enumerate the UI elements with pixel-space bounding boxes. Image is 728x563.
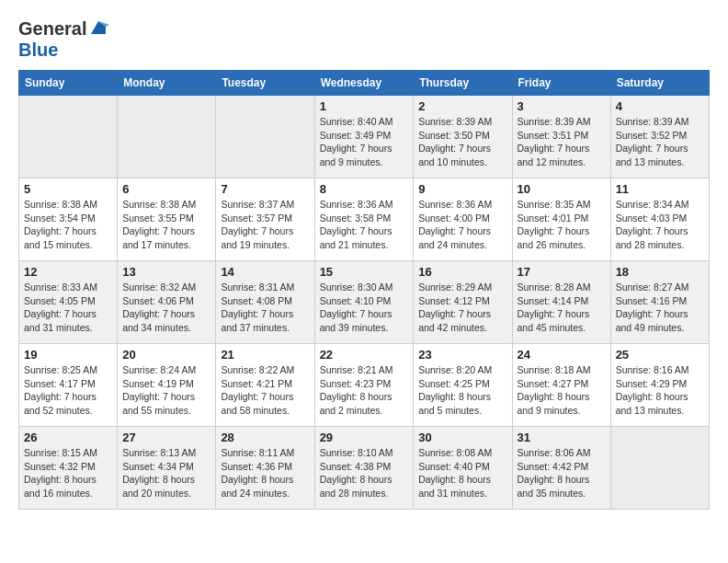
day-number: 7 <box>221 182 309 196</box>
day-info: Sunrise: 8:11 AM Sunset: 4:36 PM Dayligh… <box>221 446 309 500</box>
day-number: 8 <box>320 182 409 196</box>
day-number: 5 <box>24 182 112 196</box>
week-row-2: 5Sunrise: 8:38 AM Sunset: 3:54 PM Daylig… <box>19 178 710 261</box>
day-info: Sunrise: 8:32 AM Sunset: 4:06 PM Dayligh… <box>122 281 210 335</box>
day-info: Sunrise: 8:30 AM Sunset: 4:10 PM Dayligh… <box>320 281 409 335</box>
logo: General Blue <box>18 18 109 61</box>
calendar-cell: 16Sunrise: 8:29 AM Sunset: 4:12 PM Dayli… <box>414 261 512 344</box>
day-info: Sunrise: 8:36 AM Sunset: 4:00 PM Dayligh… <box>418 198 506 252</box>
weekday-header-monday: Monday <box>118 71 216 96</box>
day-info: Sunrise: 8:35 AM Sunset: 4:01 PM Dayligh… <box>518 198 606 252</box>
day-info: Sunrise: 8:31 AM Sunset: 4:08 PM Dayligh… <box>221 281 309 335</box>
day-number: 21 <box>221 348 309 362</box>
weekday-header-thursday: Thursday <box>414 71 512 96</box>
day-info: Sunrise: 8:28 AM Sunset: 4:14 PM Dayligh… <box>518 281 606 335</box>
day-number: 16 <box>418 265 506 279</box>
day-info: Sunrise: 8:33 AM Sunset: 4:05 PM Dayligh… <box>24 281 112 335</box>
day-number: 24 <box>518 348 606 362</box>
day-info: Sunrise: 8:08 AM Sunset: 4:40 PM Dayligh… <box>418 446 506 500</box>
calendar-cell: 9Sunrise: 8:36 AM Sunset: 4:00 PM Daylig… <box>414 178 512 261</box>
calendar-cell: 22Sunrise: 8:21 AM Sunset: 4:23 PM Dayli… <box>314 344 414 427</box>
day-number: 31 <box>518 431 606 444</box>
day-info: Sunrise: 8:18 AM Sunset: 4:27 PM Dayligh… <box>518 363 606 418</box>
calendar-cell: 25Sunrise: 8:16 AM Sunset: 4:29 PM Dayli… <box>610 344 709 427</box>
logo-bird-icon <box>89 19 109 40</box>
calendar-cell: 13Sunrise: 8:32 AM Sunset: 4:06 PM Dayli… <box>118 261 216 344</box>
calendar-cell: 17Sunrise: 8:28 AM Sunset: 4:14 PM Dayli… <box>512 261 610 344</box>
day-info: Sunrise: 8:10 AM Sunset: 4:38 PM Dayligh… <box>320 446 409 500</box>
day-info: Sunrise: 8:39 AM Sunset: 3:51 PM Dayligh… <box>518 115 606 169</box>
weekday-header-sunday: Sunday <box>19 71 118 96</box>
day-info: Sunrise: 8:39 AM Sunset: 3:52 PM Dayligh… <box>616 115 704 169</box>
calendar-cell: 29Sunrise: 8:10 AM Sunset: 4:38 PM Dayli… <box>314 427 414 510</box>
calendar-cell: 24Sunrise: 8:18 AM Sunset: 4:27 PM Dayli… <box>512 344 610 427</box>
day-info: Sunrise: 8:38 AM Sunset: 3:55 PM Dayligh… <box>122 198 210 252</box>
day-number: 10 <box>518 182 606 196</box>
day-number: 1 <box>320 99 409 113</box>
day-number: 6 <box>122 182 210 196</box>
week-row-4: 19Sunrise: 8:25 AM Sunset: 4:17 PM Dayli… <box>19 344 710 427</box>
calendar: SundayMondayTuesdayWednesdayThursdayFrid… <box>18 70 710 510</box>
calendar-cell: 7Sunrise: 8:37 AM Sunset: 3:57 PM Daylig… <box>216 178 314 261</box>
week-row-5: 26Sunrise: 8:15 AM Sunset: 4:32 PM Dayli… <box>19 427 710 510</box>
calendar-cell <box>19 96 118 178</box>
header: General Blue <box>18 18 710 61</box>
day-info: Sunrise: 8:16 AM Sunset: 4:29 PM Dayligh… <box>616 363 704 418</box>
day-number: 11 <box>616 182 704 196</box>
calendar-cell: 28Sunrise: 8:11 AM Sunset: 4:36 PM Dayli… <box>216 427 314 510</box>
day-number: 15 <box>320 265 409 279</box>
calendar-cell: 15Sunrise: 8:30 AM Sunset: 4:10 PM Dayli… <box>314 261 414 344</box>
day-number: 12 <box>24 265 112 279</box>
day-info: Sunrise: 8:40 AM Sunset: 3:49 PM Dayligh… <box>320 115 409 169</box>
day-info: Sunrise: 8:34 AM Sunset: 4:03 PM Dayligh… <box>616 198 704 252</box>
calendar-cell: 20Sunrise: 8:24 AM Sunset: 4:19 PM Dayli… <box>118 344 216 427</box>
calendar-cell: 5Sunrise: 8:38 AM Sunset: 3:54 PM Daylig… <box>19 178 118 261</box>
day-number: 2 <box>418 99 506 113</box>
day-number: 20 <box>122 348 210 362</box>
week-row-1: 1Sunrise: 8:40 AM Sunset: 3:49 PM Daylig… <box>19 96 710 178</box>
day-info: Sunrise: 8:21 AM Sunset: 4:23 PM Dayligh… <box>320 363 409 418</box>
day-info: Sunrise: 8:27 AM Sunset: 4:16 PM Dayligh… <box>616 281 704 335</box>
day-info: Sunrise: 8:22 AM Sunset: 4:21 PM Dayligh… <box>221 363 309 418</box>
calendar-cell: 6Sunrise: 8:38 AM Sunset: 3:55 PM Daylig… <box>118 178 216 261</box>
weekday-header-wednesday: Wednesday <box>314 71 414 96</box>
day-number: 29 <box>320 431 409 444</box>
day-number: 9 <box>418 182 506 196</box>
weekday-header-friday: Friday <box>512 71 610 96</box>
calendar-cell: 3Sunrise: 8:39 AM Sunset: 3:51 PM Daylig… <box>512 96 610 178</box>
day-number: 13 <box>122 265 210 279</box>
calendar-cell: 8Sunrise: 8:36 AM Sunset: 3:58 PM Daylig… <box>314 178 414 261</box>
week-row-3: 12Sunrise: 8:33 AM Sunset: 4:05 PM Dayli… <box>19 261 710 344</box>
calendar-cell: 14Sunrise: 8:31 AM Sunset: 4:08 PM Dayli… <box>216 261 314 344</box>
calendar-cell: 21Sunrise: 8:22 AM Sunset: 4:21 PM Dayli… <box>216 344 314 427</box>
calendar-cell: 1Sunrise: 8:40 AM Sunset: 3:49 PM Daylig… <box>314 96 414 178</box>
day-number: 17 <box>518 265 606 279</box>
calendar-cell: 19Sunrise: 8:25 AM Sunset: 4:17 PM Dayli… <box>19 344 118 427</box>
weekday-header-row: SundayMondayTuesdayWednesdayThursdayFrid… <box>19 71 710 96</box>
calendar-cell <box>216 96 314 178</box>
day-number: 27 <box>122 431 210 444</box>
calendar-cell: 27Sunrise: 8:13 AM Sunset: 4:34 PM Dayli… <box>118 427 216 510</box>
calendar-cell: 18Sunrise: 8:27 AM Sunset: 4:16 PM Dayli… <box>610 261 709 344</box>
day-info: Sunrise: 8:24 AM Sunset: 4:19 PM Dayligh… <box>122 363 210 418</box>
calendar-cell: 10Sunrise: 8:35 AM Sunset: 4:01 PM Dayli… <box>512 178 610 261</box>
weekday-header-saturday: Saturday <box>610 71 709 96</box>
day-info: Sunrise: 8:29 AM Sunset: 4:12 PM Dayligh… <box>418 281 506 335</box>
day-info: Sunrise: 8:25 AM Sunset: 4:17 PM Dayligh… <box>24 363 112 418</box>
day-info: Sunrise: 8:15 AM Sunset: 4:32 PM Dayligh… <box>24 446 112 500</box>
day-info: Sunrise: 8:20 AM Sunset: 4:25 PM Dayligh… <box>418 363 506 418</box>
day-number: 19 <box>24 348 112 362</box>
day-number: 26 <box>24 431 112 444</box>
day-info: Sunrise: 8:06 AM Sunset: 4:42 PM Dayligh… <box>518 446 606 500</box>
day-info: Sunrise: 8:37 AM Sunset: 3:57 PM Dayligh… <box>221 198 309 252</box>
calendar-cell <box>610 427 709 510</box>
calendar-cell <box>118 96 216 178</box>
day-number: 22 <box>320 348 409 362</box>
calendar-cell: 23Sunrise: 8:20 AM Sunset: 4:25 PM Dayli… <box>414 344 512 427</box>
calendar-cell: 31Sunrise: 8:06 AM Sunset: 4:42 PM Dayli… <box>512 427 610 510</box>
day-number: 4 <box>616 99 704 113</box>
day-number: 25 <box>616 348 704 362</box>
day-number: 14 <box>221 265 309 279</box>
day-number: 28 <box>221 431 309 444</box>
calendar-cell: 30Sunrise: 8:08 AM Sunset: 4:40 PM Dayli… <box>414 427 512 510</box>
